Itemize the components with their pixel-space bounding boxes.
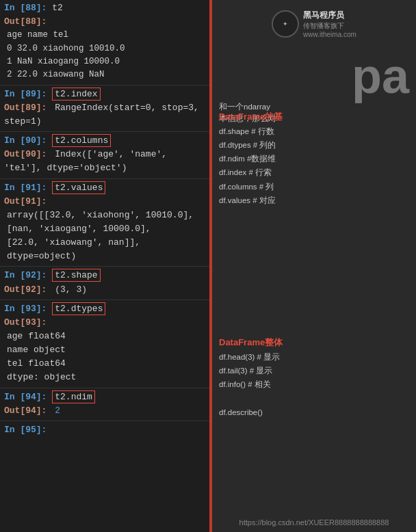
out-text-92: (3, 3) bbox=[52, 284, 87, 295]
in-label-88: In [88]: bbox=[4, 3, 47, 13]
code-92: t2.shape bbox=[52, 269, 100, 282]
in-label-95: In [95]: bbox=[4, 425, 47, 435]
out-line-91-0: array([[32.0, 'xiaohong', 10010.0], bbox=[4, 209, 208, 222]
big-pa-text: pa bbox=[352, 48, 409, 104]
section2-line-0: df.head(3) # 显示 bbox=[219, 350, 413, 364]
out-label-88: Out[88]: bbox=[4, 15, 208, 29]
section2-title: DataFrame整体 bbox=[219, 335, 413, 350]
table-row-2: 2 22.0 xiaowang NaN bbox=[4, 68, 208, 81]
section2-line-4: df.describe() bbox=[219, 405, 413, 419]
block-93: In [93]: t2.dtypes Out[93]: age float64 … bbox=[0, 301, 212, 386]
out-label-91: Out[91]: bbox=[4, 195, 208, 209]
block-95: In [95]: bbox=[0, 422, 212, 438]
block-89: In [89]: t2.index Out[89]: RangeIndex(st… bbox=[0, 86, 212, 130]
out-label-90: Out[90]: bbox=[4, 149, 47, 159]
code-93: t2.dtypes bbox=[52, 302, 105, 315]
in-label-93: In [93]: bbox=[4, 304, 47, 314]
out-label-89: Out[89]: bbox=[4, 103, 47, 113]
out-line-91-2: [22.0, 'xiaowang', nan]], dtype=object) bbox=[4, 236, 208, 263]
out-text-94: 2 bbox=[52, 405, 60, 416]
block-91: In [91]: t2.values Out[91]: array([[32.0… bbox=[0, 180, 212, 265]
out-line-91-1: [nan, 'xiaogang', 10000.0], bbox=[4, 222, 208, 236]
logo-brand: 黑马程序员 bbox=[303, 10, 356, 21]
block-88: In [88]: t2 Out[88]: age name tel 0 32.0… bbox=[0, 0, 212, 83]
section1-line-5: df.values # 对应 bbox=[219, 194, 413, 207]
in-label-94: In [94]: bbox=[4, 392, 47, 402]
code-90: t2.columns bbox=[52, 134, 111, 147]
table-header-88: age name tel bbox=[4, 29, 208, 42]
section1-line-4: df.columns # 列 bbox=[219, 180, 413, 194]
right-panel: ✦ 黑马程序员 传智播客旗下 www.itheima.com pa 和一个nda… bbox=[212, 0, 416, 532]
out-label-92: Out[92]: bbox=[4, 284, 47, 295]
in-label-91: In [91]: bbox=[4, 183, 47, 193]
section1-line-0: df.shape # 行数 bbox=[219, 124, 413, 138]
table-row-1: 1 NaN xiaogang 10000.0 bbox=[4, 55, 208, 68]
block-92: In [92]: t2.shape Out[92]: (3, 3) bbox=[0, 267, 212, 297]
logo-icon: ✦ bbox=[283, 21, 288, 27]
right-section-1: DataFrame的基 df.shape # 行数 df.dtypes # 列的… bbox=[219, 109, 413, 207]
section1-title: DataFrame的基 bbox=[219, 109, 413, 124]
out-line-93-2: tel float64 bbox=[4, 357, 208, 371]
section1-line-2: df.ndim #数据维 bbox=[219, 152, 413, 165]
logo-text-block: 黑马程序员 传智播客旗下 www.itheima.com bbox=[303, 10, 356, 38]
out-line-93-1: name object bbox=[4, 343, 208, 357]
in-label-92: In [92]: bbox=[4, 270, 47, 280]
block-90: In [90]: t2.columns Out[90]: Index(['age… bbox=[0, 133, 212, 176]
section2-line-2: df.info() # 相关 bbox=[219, 377, 413, 391]
right-section-2: DataFrame整体 df.head(3) # 显示 df.tail(3) #… bbox=[219, 335, 413, 419]
out-label-93: Out[93]: bbox=[4, 316, 208, 330]
in-label-89: In [89]: bbox=[4, 89, 47, 99]
main-container: In [88]: t2 Out[88]: age name tel 0 32.0… bbox=[0, 0, 416, 532]
in-label-90: In [90]: bbox=[4, 135, 47, 146]
left-panel: In [88]: t2 Out[88]: age name tel 0 32.0… bbox=[0, 0, 212, 532]
table-row-0: 0 32.0 xiaohong 10010.0 bbox=[4, 42, 208, 55]
logo-url: www.itheima.com bbox=[303, 31, 356, 38]
section1-line-1: df.dtypes # 列的 bbox=[219, 138, 413, 152]
block-94: In [94]: t2.ndim Out[94]: 2 bbox=[0, 389, 212, 419]
code-88: t2 bbox=[52, 3, 63, 13]
section2-line-3 bbox=[219, 391, 413, 405]
section1-line-3: df.index # 行索 bbox=[219, 165, 413, 179]
section2-line-1: df.tail(3) # 显示 bbox=[219, 364, 413, 377]
logo-circle: ✦ bbox=[272, 10, 299, 38]
out-line-93-0: age float64 bbox=[4, 330, 208, 343]
code-89: t2.index bbox=[52, 88, 100, 101]
logo-sub: 传智播客旗下 bbox=[303, 21, 356, 31]
code-91: t2.values bbox=[52, 181, 105, 194]
logo-area: ✦ 黑马程序员 传智播客旗下 www.itheima.com bbox=[219, 10, 409, 38]
out-label-94: Out[94]: bbox=[4, 405, 47, 416]
out-line-93-3: dtype: object bbox=[4, 371, 208, 384]
code-94: t2.ndim bbox=[52, 390, 95, 403]
bottom-url: https://blog.csdn.net/XUEER8888888888888 bbox=[212, 518, 416, 527]
